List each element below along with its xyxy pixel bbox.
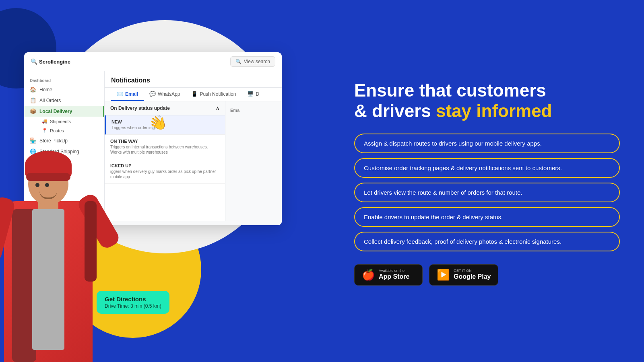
whatsapp-tab-icon: 💬	[149, 91, 156, 97]
app-store-text: Available on the App Store	[379, 269, 409, 280]
headline-yellow: stay informed	[436, 101, 552, 121]
google-play-main: Google Play	[454, 273, 491, 280]
sidebar-sub-items: 🚚 Shipments 📍 Routes	[24, 117, 104, 135]
eye-right	[45, 183, 49, 187]
tab-whatsapp-label: WhatsApp	[158, 91, 180, 97]
feature-item-0: Assign & dispatch routes to drivers usin…	[354, 134, 620, 153]
logo-area: 🔍 Scrollengine	[31, 58, 70, 65]
headline-part2: & drivers	[354, 101, 436, 121]
app-store-main: App Store	[379, 273, 409, 280]
sidebar-item-shipments[interactable]: 🚚 Shipments	[36, 117, 104, 126]
status-group-title: On Delivery status update	[110, 105, 170, 111]
sidebar-label-allorders: All Orders	[39, 98, 61, 103]
delivery-icon: 📦	[30, 108, 36, 114]
sidebar-section-dashboard: Dashboard	[24, 76, 104, 84]
features-list: Assign & dispatch routes to drivers usin…	[354, 134, 620, 251]
google-play-text: GET IT ON Google Play	[454, 269, 491, 280]
status-group-header: On Delivery status update ∧	[105, 101, 225, 115]
store-buttons: 🍎 Available on the App Store ▶️ GET IT O…	[354, 264, 620, 286]
feature-item-2: Let drivers view the route & number of o…	[354, 183, 620, 202]
feature-item-3: Enable drivers to update the order & del…	[354, 207, 620, 227]
email-preview: Ema	[225, 101, 282, 221]
feature-item-4: Collect delivery feedback, proof of deli…	[354, 232, 620, 251]
sidebar-label-shipments: Shipments	[50, 119, 71, 124]
shipments-icon: 🚚	[42, 119, 47, 124]
google-play-button[interactable]: ▶️ GET IT ON Google Play	[429, 264, 498, 286]
email-tab-icon: ✉️	[117, 91, 123, 97]
shirt	[32, 209, 64, 350]
tab-email[interactable]: ✉️ Email	[111, 88, 144, 101]
right-panel: Ensure that customers & drivers stay inf…	[330, 0, 644, 362]
app-store-button[interactable]: 🍎 Available on the App Store	[354, 264, 423, 286]
left-panel: 🔍 Scrollengine 🔍 View search Dashboard 🏠…	[0, 0, 330, 362]
orders-icon: 📋	[30, 97, 36, 103]
google-play-icon: ▶️	[437, 269, 450, 281]
delivery-person	[0, 137, 161, 362]
sidebar-label-localdelivery: Local Delivery	[39, 109, 72, 114]
sidebar-label-routes: Routes	[50, 128, 64, 133]
tab-whatsapp[interactable]: 💬 WhatsApp	[144, 88, 186, 101]
tab-d-label: D	[256, 91, 259, 97]
tab-pushnotification[interactable]: 📱 Push Notification	[186, 88, 242, 101]
sidebar-item-routes[interactable]: 📍 Routes	[36, 126, 104, 135]
headline-part1: Ensure that customers	[354, 80, 546, 100]
directions-subtitle: Drive Time: 3 min (0.5 km)	[105, 303, 161, 309]
helmet-strap	[26, 173, 70, 181]
logo-icon: 🔍	[31, 58, 37, 65]
logo-text: Scrollengine	[39, 59, 70, 65]
backpack-strap	[85, 201, 97, 282]
search-bar[interactable]: 🔍 View search	[230, 56, 275, 67]
tabs: ✉️ Email 💬 WhatsApp 📱 Push Notification …	[105, 88, 282, 101]
d-tab-icon: 🖥️	[247, 91, 254, 97]
headline: Ensure that customers & drivers stay inf…	[354, 80, 620, 121]
sidebar-label-home: Home	[39, 87, 52, 93]
tab-d[interactable]: 🖥️ D	[242, 88, 265, 101]
email-preview-label: Ema	[230, 108, 239, 113]
search-placeholder: View search	[244, 59, 270, 64]
push-tab-icon: 📱	[191, 91, 198, 97]
home-icon: 🏠	[30, 86, 36, 93]
sidebar-item-home[interactable]: 🏠 Home	[24, 84, 104, 95]
eye-left	[35, 183, 39, 187]
app-store-top: Available on the	[379, 269, 409, 273]
collapse-icon[interactable]: ∧	[216, 105, 219, 111]
directions-card[interactable]: Get Directions Drive Time: 3 min (0.5 km…	[97, 291, 169, 314]
person-figure	[0, 161, 133, 362]
google-play-top: GET IT ON	[454, 269, 491, 273]
apple-icon: 🍎	[362, 269, 375, 281]
mockup-header: 🔍 Scrollengine 🔍 View search	[24, 52, 282, 71]
tab-push-label: Push Notification	[200, 91, 236, 97]
feature-item-1: Customise order tracking pages & deliver…	[354, 158, 620, 178]
routes-icon: 📍	[42, 128, 47, 133]
tab-email-label: Email	[125, 91, 138, 97]
directions-title: Get Directions	[105, 296, 161, 302]
sidebar-item-allorders[interactable]: 📋 All Orders	[24, 95, 104, 106]
sidebar-item-localdelivery[interactable]: 📦 Local Delivery	[24, 106, 104, 117]
search-icon: 🔍	[235, 59, 242, 64]
notifications-title: Notifications	[105, 71, 282, 88]
